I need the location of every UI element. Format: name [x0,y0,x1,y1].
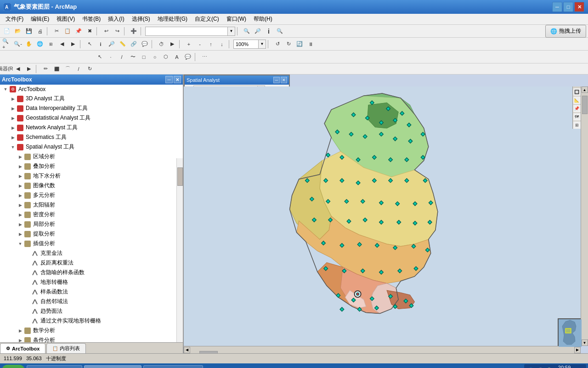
tree-item-zq[interactable]: ▶ 区域分析 [0,152,183,161]
editor-split[interactable]: / [74,64,84,74]
tab-arctoolbox[interactable]: ⚙ ArcToolbox [0,343,45,353]
ga-expander[interactable]: ▶ [9,115,17,122]
tree-item-3d[interactable]: ▶ 3D Analyst 工具 [0,94,183,104]
3d-expander[interactable]: ▶ [9,95,17,103]
map-area[interactable]: Spatial Analyst ─ ✕ 🗺 ▼ 🔧 📊 [184,75,588,353]
tree-item-md[interactable]: ▶ 密度分析 [0,210,183,219]
paste-button[interactable]: 📌 [74,26,84,36]
vscroll-down[interactable]: ▼ [582,339,588,346]
start-button[interactable]: ⊞ [2,365,25,368]
time-slider[interactable]: ⏱ [156,39,166,49]
sa-toolbar-header[interactable]: Spatial Analyst ─ ✕ [185,75,289,85]
refresh-button[interactable]: 🔄 [294,39,305,49]
ds-expander[interactable]: ▶ [17,172,24,180]
add-data-button[interactable]: ➕ [129,26,139,36]
dj-expander[interactable]: ▶ [17,163,24,170]
copy-button[interactable]: 📋 [62,26,73,36]
right-tb-4[interactable]: 🗺 [573,113,581,121]
print-button[interactable]: 🖨 [35,26,45,36]
md-expander[interactable]: ▶ [17,211,24,218]
zoom-combo-arrow[interactable]: ▼ [259,40,266,49]
draw-select[interactable]: ↖ [95,52,105,62]
tj-expander[interactable]: ▶ [17,337,24,343]
tree-item-tq[interactable]: ▶ 提取分析 [0,229,183,239]
tree-item-dy[interactable]: ▶ 多元分析 [0,190,183,200]
sa-close[interactable]: ✕ [281,77,287,83]
right-tb-1[interactable]: 🔲 [573,88,581,96]
draw-callout[interactable]: 💬 [183,52,193,62]
zoom-prev[interactable]: ◀ [57,39,67,49]
td-expander[interactable]: ▶ [17,182,24,190]
tree-item-cz[interactable]: ▼ 插值分析 [0,239,183,248]
menu-window[interactable]: 窗口(W) [223,14,250,24]
select-features[interactable]: ↖ [85,39,95,49]
redo-button[interactable]: ↪ [112,26,122,36]
find-button[interactable]: 🔍 [275,26,285,36]
close-button[interactable]: ✕ [574,2,584,12]
menu-insert[interactable]: 插入(I) [104,14,128,24]
tree-tool-qsf[interactable]: 趋势面法 [0,306,183,316]
identify-button[interactable]: i [264,26,274,36]
tree-tool-dxz[interactable]: 地形转栅格 [0,277,183,287]
pause-button[interactable]: ⏸ [305,39,316,49]
layer-combo-input[interactable] [145,27,228,36]
measure-tool[interactable]: 📏 [118,39,128,49]
menu-geoprocessing[interactable]: 地理处理(G) [154,14,191,24]
right-tb-5[interactable]: ⊞ [573,121,581,129]
tree-tool-kjj[interactable]: 克里金法 [0,248,183,258]
vscroll-track[interactable] [581,93,588,339]
tree-item-di[interactable]: ▶ Data Interoperability 工具 [0,104,183,113]
save-button[interactable]: 💾 [24,26,34,36]
pan-button[interactable]: ✋ [24,39,34,49]
zoom-percent-combo[interactable]: ▼ [233,40,266,49]
move-up[interactable]: ↑ [206,39,216,49]
cut-button[interactable]: ✂ [51,26,62,36]
tree-tool-zrq[interactable]: 自然邻域法 [0,297,183,306]
rotate-left[interactable]: ↺ [272,39,283,49]
editor-pencil[interactable]: ✏ [40,64,51,74]
right-tb-3[interactable]: 📌 [573,105,581,112]
tree-item-na[interactable]: ▶ Network Analyst 工具 [0,123,183,132]
rotate-right[interactable]: ↻ [283,39,294,49]
draw-point[interactable]: · [106,52,116,62]
arctoolbox-pin[interactable]: ─ [165,76,173,83]
tab-content[interactable]: 📋 内容列表 [46,343,86,353]
ty-expander[interactable]: ▶ [17,201,24,209]
zoom-input[interactable] [233,40,259,49]
minimize-button[interactable]: ─ [552,2,562,12]
sx-expander[interactable]: ▶ [17,327,24,334]
upload-button[interactable]: 🌐 拖拽上传 [545,25,586,38]
menu-select[interactable]: 选择(S) [128,14,154,24]
zoom-out-button[interactable]: 🔎 [253,26,263,36]
zoom-out-nav[interactable]: 🔍- [13,39,23,49]
hscroll-left[interactable]: ◀ [184,347,190,353]
tree-item-ga[interactable]: ▶ Geostatistical Analyst 工具 [0,113,183,123]
map-hscroll[interactable]: ◀ ▶ [184,346,581,353]
maximize-button[interactable]: □ [563,2,573,12]
zoom-next[interactable]: ▶ [68,39,78,49]
tree-item-sx[interactable]: ▶ 数学分析 [0,326,183,335]
tree-item-tj[interactable]: ▶ 条件分析 [0,335,183,342]
open-button[interactable]: 📂 [13,26,23,36]
layer-combo-arrow[interactable]: ▼ [228,27,235,36]
hyperlink-tool[interactable]: 🔗 [129,39,139,49]
draw-line[interactable]: / [117,52,127,62]
draw-rect[interactable]: □ [139,52,149,62]
draw-more[interactable]: ⋯ [199,52,209,62]
move-down[interactable]: ↓ [217,39,227,49]
add-route[interactable]: + [184,39,194,49]
sc-expander[interactable]: ▶ [9,134,17,141]
vscroll-up[interactable]: ▲ [582,86,588,93]
html-popup[interactable]: 💬 [140,39,150,49]
tree-tool-ytj[interactable]: 样条函数法 [0,287,183,297]
tree-item-ds[interactable]: ▶ 地下水分析 [0,171,183,181]
delete-button[interactable]: ✖ [85,26,95,36]
taskbar-item-data[interactable]: 📊 温度雨量数据图层1 [143,365,203,368]
tree-item-td[interactable]: ▶ 图像代数 [0,181,183,190]
tree-root-item[interactable]: ▼ ⚙ ArcToolbox [0,85,183,94]
full-extent[interactable]: ⊞ [46,39,56,49]
editor-reshape[interactable]: ⌒ [62,64,73,74]
tree-tool-htz[interactable]: 含隐喻的样条函数 [0,268,183,277]
tree-item-jb[interactable]: ▶ 局部分析 [0,219,183,229]
globe-button[interactable]: 🌐 [35,39,45,49]
